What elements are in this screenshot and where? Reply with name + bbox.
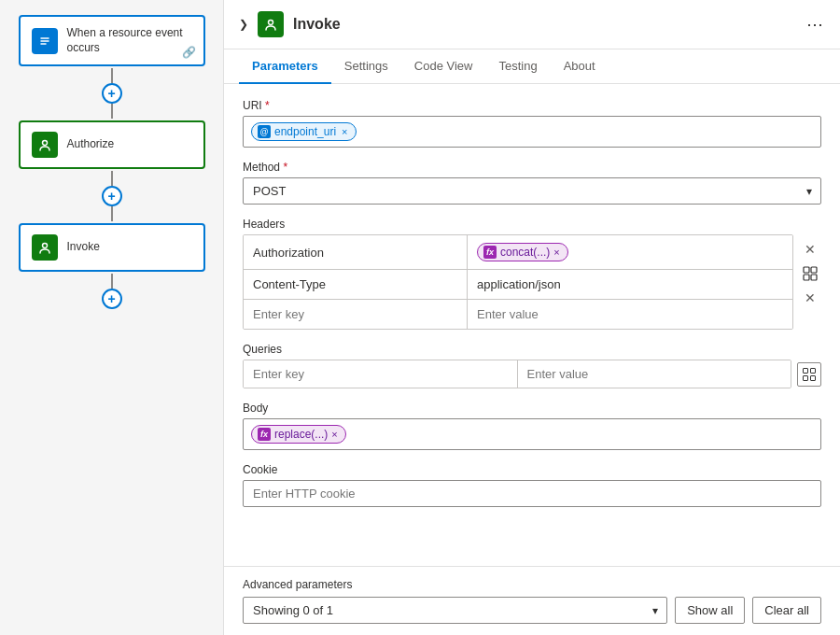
token-label: endpoint_uri [274, 125, 336, 138]
svg-rect-13 [811, 375, 816, 380]
add-row-icon-button[interactable] [799, 262, 821, 285]
panel-header: ❯ Invoke ⋯ [224, 0, 840, 49]
header-value-empty[interactable] [468, 300, 792, 329]
detail-panel: ❯ Invoke ⋯ Parameters Settings Code View… [224, 0, 840, 635]
connector-line [111, 274, 113, 289]
queries-row [243, 360, 791, 388]
uri-token-container[interactable]: @ endpoint_uri × [243, 116, 821, 148]
authorize-label: Authorize [67, 137, 115, 152]
invoke-node[interactable]: Invoke [19, 223, 205, 272]
header-value-input[interactable] [477, 307, 783, 321]
header-key-authorization: Authorization [244, 235, 468, 269]
collapse-icon[interactable]: ❯ [239, 18, 248, 31]
uri-label: URI * [243, 99, 821, 112]
svg-rect-7 [811, 267, 817, 273]
contenttype-value: application/json [477, 277, 561, 291]
show-all-button[interactable]: Show all [675, 597, 745, 624]
header-value-authorization[interactable]: fx concat(...) × [468, 235, 792, 269]
header-key-empty[interactable] [244, 300, 468, 329]
tab-about[interactable]: About [551, 49, 609, 84]
svg-rect-8 [804, 275, 809, 280]
advanced-parameters-label: Advanced parameters [243, 578, 821, 591]
tab-parameters[interactable]: Parameters [239, 49, 331, 84]
svg-rect-6 [804, 267, 809, 273]
connector-line [111, 68, 113, 83]
query-key-input[interactable] [244, 360, 518, 388]
tab-codeview[interactable]: Code View [401, 49, 486, 84]
cookie-label: Cookie [243, 463, 821, 476]
add-button-1[interactable]: + [102, 83, 122, 104]
method-select[interactable]: POST GET PUT DELETE PATCH [243, 177, 821, 205]
panel-icon [258, 11, 284, 37]
method-select-wrapper: POST GET PUT DELETE PATCH [243, 177, 821, 205]
trigger-icon [32, 28, 58, 54]
func-label: concat(...) [500, 246, 550, 259]
connector-line [111, 171, 113, 186]
header-key-input[interactable] [253, 307, 457, 321]
connector-line [111, 104, 113, 119]
header-row-contenttype: Content-Type application/json [244, 270, 792, 300]
clear-all-button[interactable]: Clear all [752, 597, 821, 624]
svg-rect-10 [804, 368, 808, 373]
more-options-icon[interactable]: ⋯ [806, 14, 825, 35]
add-button-3[interactable]: + [102, 289, 122, 309]
advanced-row: Showing 0 of 1 Show all Clear all [243, 597, 821, 624]
connector-1: + [102, 68, 122, 119]
endpoint-uri-token[interactable]: @ endpoint_uri × [251, 122, 357, 141]
invoke-label: Invoke [67, 240, 100, 255]
method-group: Method * POST GET PUT DELETE PATCH [243, 161, 821, 205]
func-close-icon[interactable]: × [553, 247, 559, 258]
trigger-node[interactable]: When a resource event occurs 🔗 [19, 15, 205, 66]
cookie-input[interactable] [243, 480, 821, 507]
body-group: Body fx replace(...) × [243, 402, 821, 450]
token-icon: @ [258, 125, 271, 138]
delete-authorization-row-button[interactable]: ✕ [799, 238, 821, 261]
tab-settings[interactable]: Settings [331, 49, 401, 84]
method-label: Method * [243, 161, 821, 174]
advanced-select-wrapper: Showing 0 of 1 [243, 597, 667, 624]
tab-bar: Parameters Settings Code View Testing Ab… [224, 49, 840, 84]
body-label: Body [243, 402, 821, 415]
link-icon: 🔗 [182, 46, 196, 59]
tab-testing[interactable]: Testing [485, 49, 550, 84]
svg-point-5 [269, 21, 273, 25]
query-value-input[interactable] [518, 360, 791, 388]
svg-rect-11 [811, 368, 816, 373]
headers-label: Headers [243, 218, 821, 231]
panel-footer: Advanced parameters Showing 0 of 1 Show … [224, 566, 840, 635]
add-button-2[interactable]: + [102, 186, 122, 206]
cookie-group: Cookie [243, 463, 821, 507]
workflow-panel: When a resource event occurs 🔗 + Authori… [0, 0, 224, 635]
header-value-contenttype: application/json [468, 270, 792, 299]
header-row-authorization: Authorization fx concat(...) × [244, 235, 792, 270]
func-icon: fx [483, 246, 497, 259]
token-close-icon[interactable]: × [342, 126, 347, 137]
headers-table: Authorization fx concat(...) × Content-T… [243, 234, 793, 330]
header-row-empty [244, 300, 792, 329]
replace-func-label: replace(...) [274, 428, 328, 441]
header-key-contenttype: Content-Type [244, 270, 468, 299]
queries-container [243, 360, 821, 388]
headers-group: Headers Authorization fx concat(...) × [243, 218, 821, 330]
queries-label: Queries [243, 343, 821, 356]
queries-group: Queries [243, 343, 821, 388]
connector-3: + [102, 274, 122, 309]
form-content: URI * @ endpoint_uri × Method * POST GET… [224, 84, 840, 566]
svg-rect-12 [804, 375, 808, 380]
replace-func-icon: fx [258, 428, 271, 441]
invoke-icon [32, 234, 58, 261]
queries-add-icon-button[interactable] [797, 362, 821, 387]
panel-title: Invoke [293, 16, 797, 33]
authorize-icon [32, 132, 58, 158]
uri-group: URI * @ endpoint_uri × [243, 99, 821, 148]
authorize-node[interactable]: Authorize [19, 120, 205, 169]
replace-func-close-icon[interactable]: × [331, 429, 337, 440]
advanced-select[interactable]: Showing 0 of 1 [243, 597, 667, 624]
delete-contenttype-row-button[interactable]: ✕ [799, 287, 821, 309]
replace-func-token[interactable]: fx replace(...) × [251, 425, 346, 444]
concat-func-token[interactable]: fx concat(...) × [477, 243, 568, 261]
connector-2: + [102, 171, 122, 221]
svg-rect-9 [811, 275, 817, 280]
body-token-container[interactable]: fx replace(...) × [243, 418, 821, 450]
connector-line [111, 206, 113, 221]
